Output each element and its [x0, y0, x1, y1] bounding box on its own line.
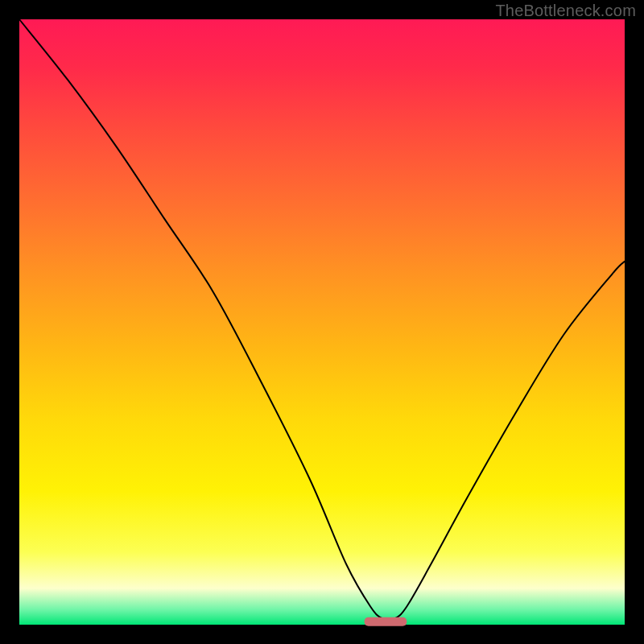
- watermark-text: TheBottleneck.com: [495, 2, 636, 20]
- curve-overlay: [0, 0, 644, 644]
- svg-rect-3: [0, 625, 644, 644]
- svg-rect-1: [625, 0, 644, 644]
- optimal-range-pill: [365, 617, 407, 626]
- svg-rect-0: [0, 0, 19, 644]
- bottleneck-curve-path: [19, 19, 625, 620]
- bottleneck-chart: TheBottleneck.com: [0, 0, 644, 644]
